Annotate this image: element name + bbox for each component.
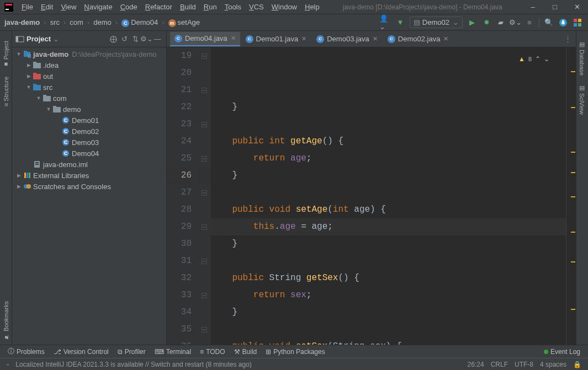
code-text[interactable]: ▲ 8 ⌃ ⌄ } public int getAge() { return a… <box>211 47 566 345</box>
editor-tab[interactable]: CDemo01.java✕ <box>241 32 311 46</box>
readonly-lock-icon[interactable]: 🔒 <box>570 361 585 368</box>
tree-file[interactable]: CDemo02 <box>12 126 166 137</box>
breadcrumb-part[interactable]: src <box>49 18 61 26</box>
fold-handle[interactable] <box>197 218 211 235</box>
svg-rect-36 <box>29 173 30 178</box>
menu-vcs[interactable]: VCS <box>245 3 268 11</box>
tool-tab-sciview[interactable]: ▤ SciView <box>578 80 587 119</box>
fold-handle[interactable] <box>197 47 211 65</box>
settings-gear-icon[interactable]: ⚙⌄ <box>141 34 152 45</box>
menu-code[interactable]: Code <box>116 3 141 11</box>
maximize-button[interactable]: □ <box>544 0 566 14</box>
gutter-fold-marks[interactable] <box>197 47 211 345</box>
tree-root[interactable]: ▼ java-demo D:\IdeaProjects\java-demo <box>12 49 166 60</box>
fold-handle[interactable] <box>197 150 211 167</box>
search-button[interactable]: 🔍 <box>542 16 555 29</box>
fold-handle[interactable] <box>197 287 211 304</box>
tree-iml[interactable]: ▶java-demo.iml <box>12 159 166 170</box>
breadcrumb-part[interactable]: CDemo04 <box>120 18 159 27</box>
tool-tab-bookmarks[interactable]: ⚑ Bookmarks <box>1 297 10 345</box>
error-stripe[interactable] <box>566 47 576 345</box>
fold-handle[interactable] <box>197 321 211 338</box>
tree-ext[interactable]: ▶External Libraries <box>12 170 166 181</box>
svg-rect-9 <box>16 36 18 42</box>
editor-tab[interactable]: CDemo02.java✕ <box>383 32 453 46</box>
collapse-all-icon[interactable]: ⇅ <box>130 34 141 45</box>
close-tab-icon[interactable]: ✕ <box>231 35 236 42</box>
close-tab-icon[interactable]: ✕ <box>443 35 448 42</box>
editor-tab[interactable]: CDemo04.java✕ <box>170 32 240 46</box>
breadcrumb-part[interactable]: com <box>68 18 84 26</box>
stop-button[interactable]: ■ <box>523 16 536 29</box>
caret-position[interactable]: 26:24 <box>464 361 488 368</box>
tree-demo[interactable]: ▼demo <box>12 104 166 115</box>
menu-refactor[interactable]: Refactor <box>141 3 176 11</box>
fold-handle[interactable] <box>197 253 211 270</box>
project-view-chevron[interactable]: ⌄ <box>53 35 59 43</box>
close-tab-icon[interactable]: ✕ <box>373 35 378 42</box>
close-tab-icon[interactable]: ✕ <box>301 35 306 42</box>
menu-edit[interactable]: Edit <box>37 3 57 11</box>
editor-tab[interactable]: CDemo03.java✕ <box>312 32 382 46</box>
bottom-profiler[interactable]: ⧉Profiler <box>113 348 150 356</box>
next-highlight-icon[interactable]: ⌄ <box>544 51 549 68</box>
inspection-overlay[interactable]: ▲ 8 ⌃ ⌄ <box>518 51 549 68</box>
bottom-build[interactable]: ⚒Build <box>230 348 262 356</box>
fold-handle[interactable] <box>197 82 211 99</box>
tree-idea[interactable]: ▶.idea <box>12 60 166 71</box>
breadcrumb[interactable]: java-demo›src›com›demo›CDemo04›msetAge <box>3 18 201 27</box>
bottom-terminal[interactable]: ⌨Terminal <box>150 348 195 356</box>
breadcrumb-part[interactable]: msetAge <box>167 18 201 27</box>
locate-icon[interactable]: ⨁ <box>108 34 119 45</box>
profile-button[interactable]: ⚙⌄ <box>508 16 522 29</box>
notification-icon[interactable]: ▫ <box>3 361 12 368</box>
ide-settings-button[interactable] <box>571 16 584 29</box>
event-log-button[interactable]: Event Log <box>539 348 585 356</box>
tree-src[interactable]: ▼src <box>12 82 166 93</box>
menu-tools[interactable]: Tools <box>221 3 245 11</box>
tree-scratches[interactable]: ▶Scratches and Consoles <box>12 181 166 192</box>
tool-tab-database[interactable]: ▤ Database <box>578 36 587 80</box>
tree-file[interactable]: CDemo01 <box>12 115 166 126</box>
prev-highlight-icon[interactable]: ⌃ <box>535 51 541 68</box>
menu-run[interactable]: Run <box>200 3 221 11</box>
build-hammer-icon[interactable]: ▼ <box>394 16 407 29</box>
menu-build[interactable]: Build <box>176 3 200 11</box>
line-separator[interactable]: CRLF <box>488 361 511 368</box>
menu-window[interactable]: Window <box>268 3 301 11</box>
tree-file[interactable]: CDemo04 <box>12 148 166 159</box>
expand-all-icon[interactable]: ↺ <box>119 34 130 45</box>
run-config-selector[interactable]: ▤ Demo02 ⌄ <box>410 17 463 28</box>
debug-button[interactable]: ✸ <box>480 16 493 29</box>
code-area[interactable]: 192021222324252627282930313233343536 ▲ 8… <box>167 47 576 345</box>
coverage-button[interactable]: ▰ <box>494 16 507 29</box>
menu-view[interactable]: View <box>57 3 80 11</box>
close-button[interactable]: ✕ <box>566 0 588 14</box>
tree-com[interactable]: ▼com <box>12 93 166 104</box>
bottom-todo[interactable]: ≡TODO <box>195 348 229 356</box>
fold-handle[interactable] <box>197 184 211 201</box>
tabs-more-icon[interactable]: ⋮ <box>560 35 576 43</box>
breadcrumb-part[interactable]: java-demo <box>3 18 41 26</box>
bottom-python-packages[interactable]: ⊞Python Packages <box>261 348 329 356</box>
file-encoding[interactable]: UTF-8 <box>511 361 537 368</box>
run-button[interactable]: ▶ <box>465 16 479 29</box>
tool-tab-structure[interactable]: ≡ Structure <box>2 72 10 111</box>
fold-handle[interactable] <box>197 116 211 133</box>
add-user-icon[interactable]: 👤⌄ <box>379 16 393 29</box>
svg-rect-12 <box>28 55 31 57</box>
hide-panel-icon[interactable]: — <box>152 34 163 45</box>
menu-file[interactable]: File <box>18 3 37 11</box>
tree-out[interactable]: ▶out <box>12 71 166 82</box>
tool-tab-project[interactable]: ■ Project <box>2 36 10 72</box>
minimize-button[interactable]: – <box>522 0 544 14</box>
tree-file[interactable]: CDemo03 <box>12 137 166 148</box>
bottom-version-control[interactable]: ⎇Version Control <box>49 348 113 356</box>
bottom-problems[interactable]: ⓘProblems <box>3 347 49 356</box>
breadcrumb-part[interactable]: demo <box>92 18 113 26</box>
menu-help[interactable]: Help <box>301 3 324 11</box>
menu-navigate[interactable]: Navigate <box>80 3 116 11</box>
project-tree[interactable]: ▼ java-demo D:\IdeaProjects\java-demo ▶.… <box>12 47 166 345</box>
update-button[interactable] <box>557 16 570 29</box>
indent-setting[interactable]: 4 spaces <box>537 361 570 368</box>
